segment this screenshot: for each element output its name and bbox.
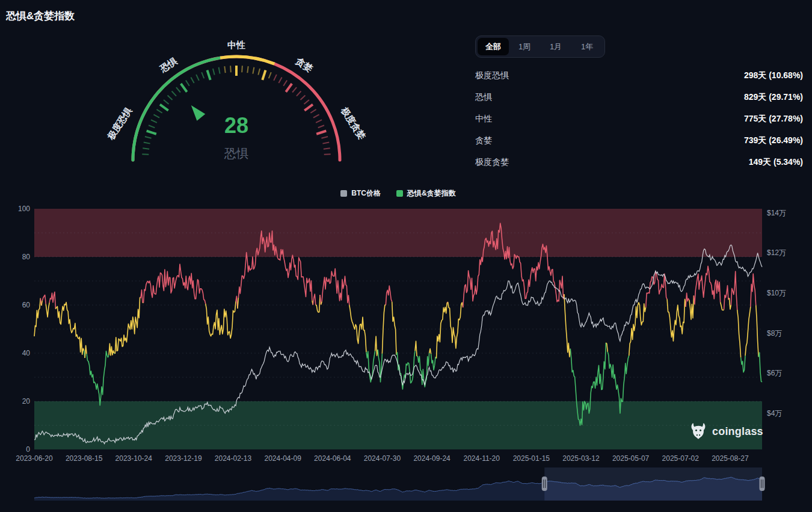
fear-greed-dashboard: 恐惧&贪婪指数 极度恐惧恐惧中性贪婪极度贪婪28恐惧 全部1周1月1年 极度恐惧… (0, 0, 812, 512)
gauge-label-2: 中性 (227, 40, 245, 50)
x-axis-date-label: 2025-08-27 (712, 454, 749, 463)
stat-row-4: 极度贪婪149天 (5.34%) (475, 152, 803, 173)
left-axis-label: 60 (22, 301, 31, 309)
legend-item-0[interactable]: BTC价格 (340, 188, 381, 199)
x-axis-date-label: 2024-04-09 (264, 454, 301, 463)
x-axis-date-label: 2025-03-12 (562, 454, 600, 463)
x-axis-date-label: 2023-08-15 (66, 454, 103, 463)
gauge-svg: 极度恐惧恐惧中性贪婪极度贪婪28恐惧 (102, 33, 373, 177)
right-axis-label: $10万 (767, 289, 786, 297)
right-axis-label: $8万 (767, 329, 782, 338)
tab-all[interactable]: 全部 (478, 38, 509, 55)
stat-label: 贪婪 (475, 135, 492, 146)
left-axis-label: 80 (22, 253, 31, 261)
left-axis-label: 0 (26, 445, 30, 454)
gauge-label-0: 极度恐惧 (105, 105, 134, 141)
left-axis-label: 40 (22, 349, 31, 357)
navigator-handle-left[interactable] (542, 477, 547, 491)
right-axis-label: $4万 (767, 409, 782, 418)
stat-value: 775天 (27.78%) (744, 114, 803, 125)
stat-label: 极度恐惧 (475, 70, 509, 81)
stat-label: 中性 (475, 114, 492, 125)
legend-label: BTC价格 (351, 188, 381, 199)
fear-greed-gauge: 极度恐惧恐惧中性贪婪极度贪婪28恐惧 (102, 33, 373, 177)
chart-navigator[interactable] (0, 466, 812, 508)
navigator-handle-right[interactable] (760, 477, 765, 491)
stat-row-3: 贪婪739天 (26.49%) (475, 130, 803, 152)
x-axis-date-label: 2024-09-24 (413, 454, 451, 463)
x-axis-date-label: 2024-07-30 (364, 454, 401, 463)
stat-label: 极度贪婪 (475, 157, 509, 168)
x-axis-date-label: 2024-06-04 (314, 454, 351, 463)
x-axis-date-label: 2023-10-24 (115, 454, 153, 463)
gauge-label-3: 贪婪 (293, 55, 315, 75)
right-axis-label: $12万 (767, 248, 786, 257)
legend-label: 恐惧&贪婪指数 (407, 188, 456, 199)
coinglass-wordmark: coinglass (712, 425, 763, 438)
time-range-tabs: 全部1周1月1年 (475, 35, 605, 58)
page-title: 恐惧&贪婪指数 (6, 9, 75, 23)
gauge-label-4: 极度贪婪 (339, 105, 368, 142)
chart-legend: BTC价格恐惧&贪婪指数 (34, 188, 762, 199)
left-axis-label: 20 (22, 397, 31, 406)
x-axis-date-label: 2023-06-20 (16, 454, 53, 463)
coinglass-bull-icon (689, 422, 707, 440)
tab-1y[interactable]: 1年 (571, 38, 603, 55)
left-axis-label: 100 (18, 205, 30, 213)
right-axis-label: $14万 (767, 209, 786, 217)
legend-swatch (396, 190, 403, 197)
stat-label: 恐惧 (475, 92, 492, 103)
tab-1m[interactable]: 1月 (540, 38, 571, 55)
stat-row-2: 中性775天 (27.78%) (475, 108, 803, 130)
right-axis-label: $6万 (767, 369, 782, 377)
legend-item-1[interactable]: 恐惧&贪婪指数 (396, 188, 456, 199)
x-axis-date-label: 2023-12-19 (165, 454, 202, 463)
stat-value: 298天 (10.68%) (744, 70, 803, 81)
x-axis-date-label: 2024-02-13 (215, 454, 252, 463)
stat-value: 149天 (5.34%) (749, 157, 803, 168)
x-axis-date-label: 2025-01-15 (513, 454, 550, 463)
navigator-selection[interactable] (544, 467, 762, 501)
tab-1w[interactable]: 1周 (509, 38, 540, 55)
x-axis-date-label: 2025-05-07 (612, 454, 650, 463)
stat-value: 739天 (26.49%) (744, 135, 803, 146)
gauge-needle (191, 105, 206, 121)
stat-value: 829天 (29.71%) (744, 92, 803, 103)
stats-panel: 极度恐惧298天 (10.68%)恐惧829天 (29.71%)中性775天 (… (475, 65, 803, 173)
stat-row-0: 极度恐惧298天 (10.68%) (475, 65, 803, 87)
coinglass-watermark: coinglass (689, 422, 763, 440)
gauge-value: 28 (224, 113, 248, 138)
gauge-label-1: 恐惧 (158, 55, 179, 75)
x-axis-date-label: 2025-07-02 (662, 454, 700, 463)
stat-row-1: 恐惧829天 (29.71%) (475, 87, 803, 108)
legend-swatch (340, 190, 347, 197)
gauge-status-label: 恐惧 (224, 147, 248, 160)
x-axis-date-label: 2024-11-20 (463, 454, 500, 463)
